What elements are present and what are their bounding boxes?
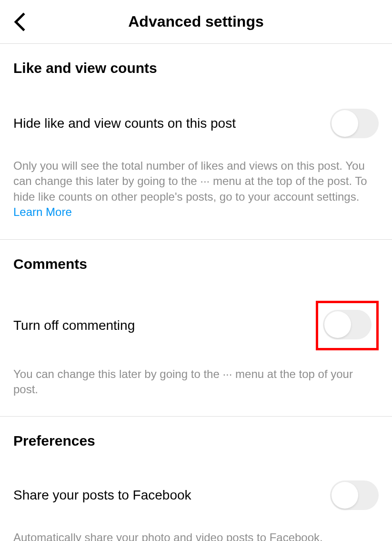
section-title-comments: Comments: [13, 240, 379, 277]
highlight-annotation: [316, 301, 379, 350]
toggle-hide-likes[interactable]: [330, 109, 379, 138]
description-text-likes: Only you will see the total number of li…: [13, 159, 367, 203]
learn-more-link[interactable]: Learn More: [13, 205, 72, 218]
setting-row-hide-likes: Hide like and view counts on this post: [13, 81, 379, 152]
setting-label-share-facebook: Share your posts to Facebook: [13, 488, 191, 503]
setting-row-share-facebook: Share your posts to Facebook: [13, 454, 379, 523]
header: Advanced settings: [0, 0, 392, 44]
section-comments: Comments Turn off commenting You can cha…: [0, 240, 392, 417]
back-button[interactable]: [10, 9, 30, 35]
setting-row-turn-off-commenting: Turn off commenting: [13, 277, 379, 360]
toggle-turn-off-commenting[interactable]: [323, 310, 372, 339]
description-hide-likes: Only you will see the total number of li…: [13, 152, 379, 239]
section-preferences: Preferences Share your posts to Facebook…: [0, 417, 392, 541]
setting-label-turn-off-commenting: Turn off commenting: [13, 318, 135, 333]
description-preferences: Automatically share your photo and video…: [13, 523, 379, 541]
description-comments: You can change this later by going to th…: [13, 360, 379, 417]
chevron-left-icon: [13, 12, 27, 31]
section-title-preferences: Preferences: [13, 417, 379, 454]
section-title-likes: Like and view counts: [13, 44, 379, 81]
section-likes: Like and view counts Hide like and view …: [0, 44, 392, 240]
setting-label-hide-likes: Hide like and view counts on this post: [13, 116, 236, 131]
toggle-share-facebook[interactable]: [330, 480, 379, 510]
page-title: Advanced settings: [128, 13, 264, 31]
